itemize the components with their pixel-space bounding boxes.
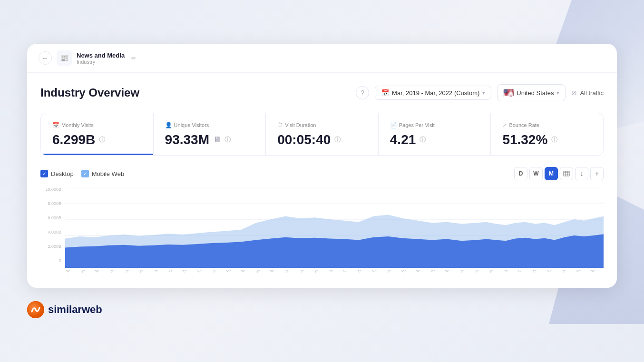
chart-controls: ✓ Desktop ✓ Mobile Web D W M	[40, 167, 604, 180]
breadcrumb-text: News and Media Industry	[77, 52, 125, 65]
metric-icon-visit-duration: ⏱	[277, 122, 283, 128]
metric-monthly-visits[interactable]: 📅 Monthly Visits 6.299B ⓘ	[41, 113, 154, 155]
x-label: Apr'19	[80, 270, 93, 274]
breadcrumb-icon: 📰	[57, 50, 72, 66]
similarweb-logo-icon	[27, 301, 44, 318]
metric-icon-monthly-visits: 📅	[52, 122, 59, 128]
y-label-2b: 2.000B	[48, 244, 61, 249]
x-label: May'19	[94, 270, 107, 274]
metric-label-unique-visitors: 👤 Unique Visitors	[165, 122, 254, 128]
x-label: Nov'20	[357, 270, 370, 274]
metric-bounce-rate[interactable]: ↗ Bounce Rate 51.32% ⓘ	[491, 113, 603, 155]
metric-info-pages-per-visit[interactable]: ⓘ	[420, 136, 426, 144]
y-label-0: 0	[59, 258, 61, 263]
date-range-label: Mar, 2019 - Mar, 2022 (Custom)	[392, 89, 479, 97]
time-btn-week[interactable]: W	[529, 167, 543, 180]
x-label: Dec'20	[371, 270, 385, 274]
time-btn-month[interactable]: M	[545, 167, 558, 180]
x-label: Mar'19	[65, 270, 78, 274]
metrics-row: 📅 Monthly Visits 6.299B ⓘ 👤 Unique Visit…	[40, 113, 604, 156]
y-label-10b: 10.000B	[45, 187, 61, 192]
x-label: Jun'20	[284, 270, 297, 274]
chart-time-buttons: D W M ↓ +	[514, 167, 604, 180]
legend-check-desktop: ✓	[40, 170, 48, 177]
chart-download-button[interactable]: ↓	[575, 167, 588, 180]
x-label: Jun'19	[109, 270, 122, 274]
x-label: Mar'22	[590, 270, 604, 274]
metric-icon-bounce-rate: ↗	[502, 122, 507, 128]
x-label: Aug'20	[313, 270, 326, 274]
back-button[interactable]: ←	[39, 51, 52, 65]
x-label: Aug'19	[138, 270, 151, 274]
svg-rect-0	[564, 171, 569, 176]
x-label: Jan'22	[561, 270, 574, 274]
x-label: Oct'20	[342, 270, 355, 274]
legend-item-desktop[interactable]: ✓ Desktop	[40, 170, 74, 177]
x-label: May'21	[444, 270, 458, 274]
traffic-filter[interactable]: ⊘ All traffic	[571, 89, 604, 97]
x-label: Jul'19	[124, 270, 137, 274]
x-label: Mar'21	[415, 270, 429, 274]
chart-export-excel-button[interactable]	[560, 167, 573, 180]
x-label: Jun'21	[459, 270, 472, 274]
card-header: ← 📰 News and Media Industry ✏	[27, 44, 617, 73]
x-label: Feb'21	[400, 270, 414, 274]
edit-icon[interactable]: ✏	[131, 55, 137, 62]
metric-pages-per-visit[interactable]: 📄 Pages Per Visit 4.21 ⓘ	[379, 113, 491, 155]
metric-info-bounce-rate[interactable]: ⓘ	[551, 136, 557, 144]
x-label: Aug'21	[488, 270, 501, 274]
x-label: Mar'20	[240, 270, 254, 274]
x-label: Sep'21	[503, 270, 516, 274]
chart-add-button[interactable]: +	[590, 167, 604, 180]
header-controls: ? 📅 Mar, 2019 - Mar, 2022 (Custom) ▾ 🇺🇸 …	[356, 84, 604, 101]
legend-check-mobile: ✓	[81, 170, 89, 177]
metric-label-visit-duration: ⏱ Visit Duration	[277, 122, 367, 128]
x-label: Nov'21	[532, 270, 545, 274]
y-label-6b: 6.000B	[48, 215, 61, 220]
country-picker[interactable]: 🇺🇸 United States ▾	[497, 84, 566, 101]
x-label: Nov'19	[182, 270, 195, 274]
chart-legend: ✓ Desktop ✓ Mobile Web	[40, 170, 124, 177]
time-btn-day[interactable]: D	[514, 167, 527, 180]
x-label: Dec'21	[546, 270, 560, 274]
help-button[interactable]: ?	[356, 86, 369, 99]
date-picker[interactable]: 📅 Mar, 2019 - Mar, 2022 (Custom) ▾	[375, 86, 491, 100]
unique-visitors-sub-icon: 🖥	[213, 136, 221, 144]
x-label: May'20	[269, 270, 283, 274]
calendar-icon: 📅	[381, 89, 389, 97]
metric-info-visit-duration[interactable]: ⓘ	[334, 136, 341, 144]
similarweb-logo-text: similarweb	[48, 303, 102, 316]
country-chevron-icon: ▾	[556, 90, 559, 96]
traffic-label: All traffic	[580, 89, 604, 97]
chart-section: ✓ Desktop ✓ Mobile Web D W M	[40, 167, 604, 274]
breadcrumb-title: News and Media	[77, 52, 125, 59]
x-label: Oct'21	[517, 270, 530, 274]
metric-unique-visitors[interactable]: 👤 Unique Visitors 93.33M 🖥 ⓘ	[154, 113, 266, 155]
similarweb-logo: similarweb	[27, 301, 102, 318]
x-label: Oct'19	[167, 270, 181, 274]
y-label-8b: 8.000B	[48, 201, 61, 206]
metric-value-bounce-rate: 51.32% ⓘ	[502, 132, 592, 147]
x-label: Jan'20	[211, 270, 224, 274]
us-flag-icon: 🇺🇸	[503, 88, 514, 98]
metric-visit-duration[interactable]: ⏱ Visit Duration 00:05:40 ⓘ	[266, 113, 379, 155]
x-label: Jan'21	[386, 270, 399, 274]
metric-label-monthly-visits: 📅 Monthly Visits	[52, 122, 142, 128]
traffic-icon: ⊘	[571, 89, 577, 97]
x-label: Feb'22	[576, 270, 589, 274]
x-label: Feb'20	[225, 270, 239, 274]
metric-value-visit-duration: 00:05:40 ⓘ	[277, 132, 367, 147]
metric-icon-unique-visitors: 👤	[165, 122, 172, 128]
metric-value-monthly-visits: 6.299B ⓘ	[52, 132, 142, 147]
x-label: Jul'21	[473, 270, 487, 274]
legend-item-mobile[interactable]: ✓ Mobile Web	[81, 170, 124, 177]
metric-info-monthly-visits[interactable]: ⓘ	[99, 136, 105, 144]
breadcrumb-subtitle: Industry	[77, 59, 125, 65]
metric-info-unique-visitors[interactable]: ⓘ	[224, 136, 231, 144]
x-label: Dec'19	[196, 270, 210, 274]
area-chart	[65, 187, 604, 268]
page-header: Industry Overview ? 📅 Mar, 2019 - Mar, 2…	[40, 84, 604, 101]
x-label: Sep'19	[153, 270, 166, 274]
metric-value-pages-per-visit: 4.21 ⓘ	[390, 132, 479, 147]
x-label: Apr'20	[255, 270, 268, 274]
